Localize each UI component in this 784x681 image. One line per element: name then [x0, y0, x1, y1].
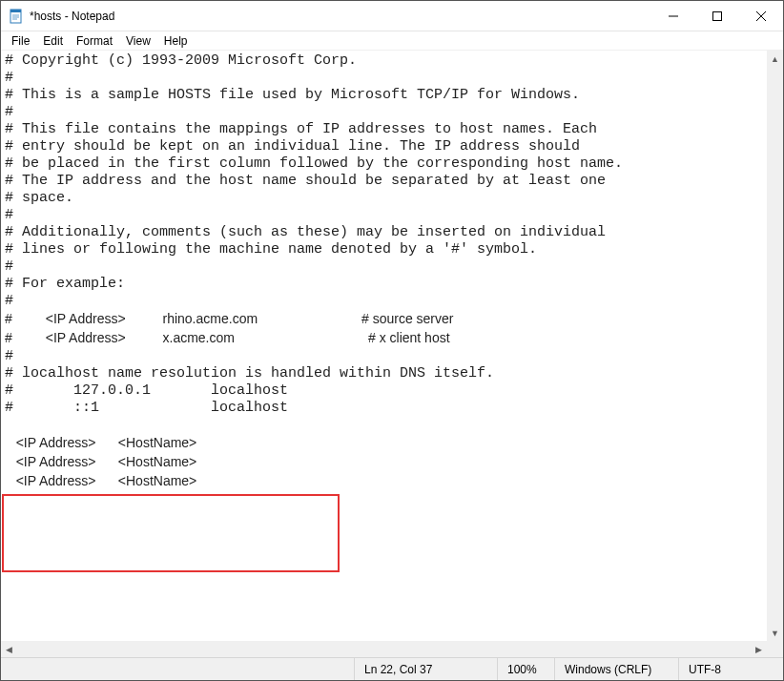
menu-file[interactable]: File — [5, 33, 36, 49]
text-line: # lines or following the machine name de… — [5, 241, 537, 258]
status-bar: Ln 22, Col 37 100% Windows (CRLF) UTF-8 — [1, 657, 783, 680]
text-line: <IP Address> <HostName> — [5, 435, 196, 450]
svg-rect-6 — [713, 11, 722, 20]
status-line-ending: Windows (CRLF) — [554, 658, 678, 680]
close-button[interactable] — [739, 1, 783, 31]
scrollbar-corner — [767, 641, 783, 657]
text-line: # — [5, 293, 13, 309]
svg-rect-1 — [10, 10, 21, 12]
scroll-down-icon[interactable]: ▼ — [767, 625, 783, 641]
text-line: # <IP Address> rhino.acme.com # source s… — [5, 311, 453, 326]
text-line: # <IP Address> x.acme.com # x client hos… — [5, 330, 450, 345]
text-line: # — [5, 70, 13, 86]
text-line: # entry should be kept on an individual … — [5, 138, 580, 155]
text-line: # — [5, 258, 13, 275]
status-line-col: Ln 22, Col 37 — [354, 658, 497, 680]
title-bar: *hosts - Notepad — [1, 1, 783, 31]
text-line: <IP Address> <HostName> — [5, 473, 196, 488]
menu-bar: File Edit Format View Help — [1, 31, 783, 51]
menu-edit[interactable]: Edit — [36, 33, 70, 49]
menu-view[interactable]: View — [119, 33, 157, 49]
text-line: # — [5, 104, 13, 120]
text-line: # Additionally, comments (such as these)… — [5, 224, 606, 240]
scrollbar-vertical[interactable]: ▲ ▼ — [767, 51, 783, 641]
text-line: # — [5, 207, 13, 223]
status-zoom[interactable]: 100% — [497, 658, 554, 680]
status-blank — [1, 658, 354, 680]
status-encoding: UTF-8 — [678, 658, 783, 680]
annotation-highlight-box — [2, 494, 340, 572]
scroll-up-icon[interactable]: ▲ — [767, 51, 783, 67]
notepad-icon — [9, 9, 24, 24]
text-line: # 127.0.0.1 localhost — [5, 382, 288, 399]
text-line: # The IP address and the host name shoul… — [5, 173, 606, 189]
scrollbar-horizontal[interactable]: ◀ ▶ — [1, 641, 767, 657]
text-line: # be placed in the first column followed… — [5, 155, 623, 172]
text-line: # ::1 localhost — [5, 400, 288, 416]
editor-area: # Copyright (c) 1993-2009 Microsoft Corp… — [1, 51, 783, 657]
text-line: # space. — [5, 190, 73, 206]
text-line: <IP Address> <HostName> — [5, 454, 196, 469]
text-line: # This is a sample HOSTS file used by Mi… — [5, 87, 580, 103]
text-line: # This file contains the mappings of IP … — [5, 121, 597, 137]
text-line: # — [5, 348, 13, 364]
scroll-right-icon[interactable]: ▶ — [751, 641, 767, 657]
text-line: # For example: — [5, 276, 125, 292]
text-line: # localhost name resolution is handled w… — [5, 365, 494, 382]
window-title: *hosts - Notepad — [30, 10, 651, 23]
window-controls — [651, 1, 783, 31]
scroll-left-icon[interactable]: ◀ — [1, 641, 17, 657]
text-line: # Copyright (c) 1993-2009 Microsoft Corp… — [5, 52, 357, 69]
text-line — [5, 417, 13, 433]
maximize-button[interactable] — [695, 1, 739, 31]
menu-help[interactable]: Help — [157, 33, 195, 49]
minimize-button[interactable] — [651, 1, 695, 31]
menu-format[interactable]: Format — [70, 33, 119, 49]
